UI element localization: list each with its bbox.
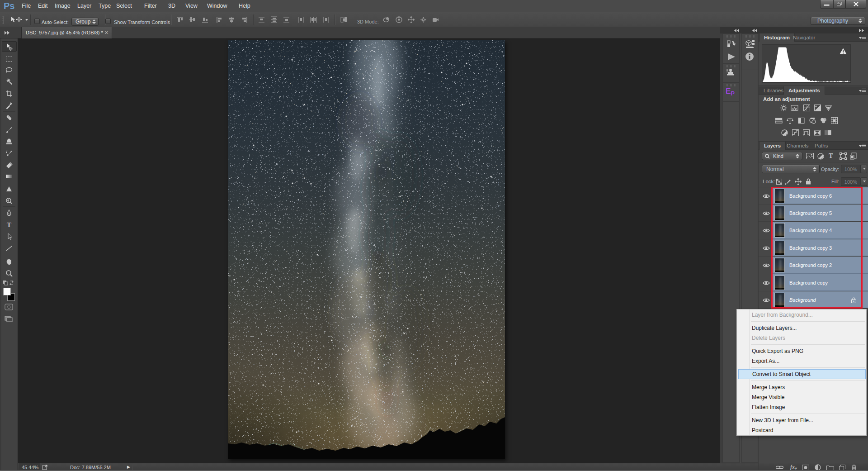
svg-text:T: T [7, 221, 11, 228]
